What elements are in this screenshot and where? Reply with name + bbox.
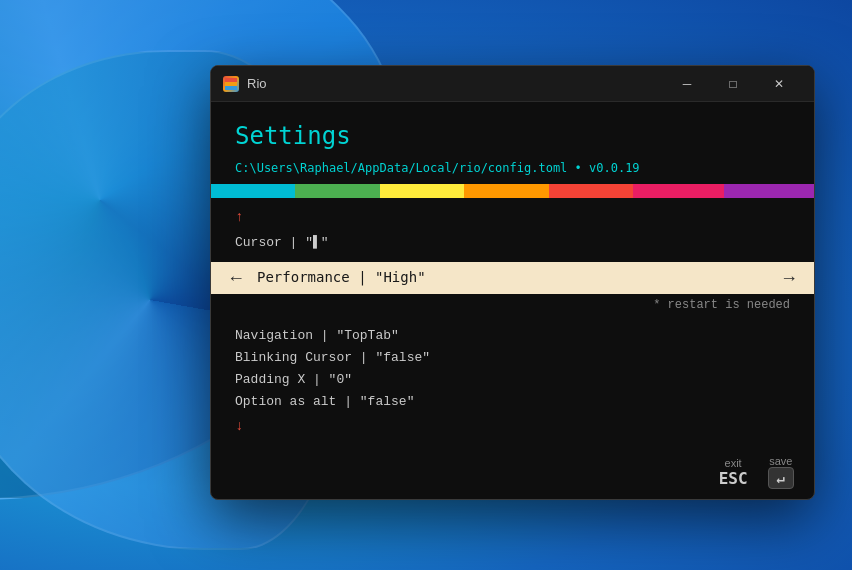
svg-rect-0 <box>225 78 237 82</box>
settings-list-above: ↑ Cursor | "▌" <box>211 198 814 262</box>
minimize-button[interactable]: ─ <box>664 68 710 100</box>
selected-row: ← Performance | "High" → <box>211 262 814 294</box>
scroll-up-indicator: ↑ <box>235 206 790 230</box>
list-item: Blinking Cursor | "false" <box>235 347 790 369</box>
svg-rect-2 <box>225 86 237 90</box>
exit-key: ESC <box>719 469 748 488</box>
exit-shortcut: exit ESC <box>719 457 748 489</box>
save-key: ↵ <box>768 467 794 489</box>
exit-label: exit <box>719 457 748 469</box>
settings-list-below: Navigation | "TopTab" Blinking Cursor | … <box>211 317 814 447</box>
rainbow-stripe <box>211 184 814 198</box>
next-arrow-button[interactable]: → <box>780 269 798 287</box>
title-left: Rio <box>223 76 267 92</box>
save-shortcut: save ↵ <box>768 455 794 489</box>
terminal-content: Settings C:\Users\Raphael/AppData/Local/… <box>211 102 814 447</box>
svg-rect-1 <box>225 82 237 86</box>
settings-header: Settings C:\Users\Raphael/AppData/Local/… <box>211 102 814 184</box>
app-icon <box>223 76 239 92</box>
title-bar: Rio ─ □ ✕ <box>211 66 814 102</box>
terminal-window: Rio ─ □ ✕ Settings C:\Users\Raphael/AppD… <box>210 65 815 500</box>
scroll-down-indicator: ↓ <box>235 415 790 439</box>
prev-arrow-button[interactable]: ← <box>227 269 245 287</box>
window-title: Rio <box>247 76 267 91</box>
list-item: Padding X | "0" <box>235 369 790 391</box>
maximize-button[interactable]: □ <box>710 68 756 100</box>
footer: exit ESC save ↵ <box>699 445 814 499</box>
settings-title: Settings <box>235 120 790 154</box>
save-label: save <box>768 455 794 467</box>
list-item: Cursor | "▌" <box>235 232 790 254</box>
settings-path: C:\Users\Raphael/AppData/Local/rio/confi… <box>235 160 790 177</box>
close-button[interactable]: ✕ <box>756 68 802 100</box>
selected-item-label: Performance | "High" <box>257 268 768 288</box>
restart-notice: * restart is needed <box>211 294 814 317</box>
list-item: Navigation | "TopTab" <box>235 325 790 347</box>
window-controls: ─ □ ✕ <box>664 68 802 100</box>
list-item: Option as alt | "false" <box>235 391 790 413</box>
